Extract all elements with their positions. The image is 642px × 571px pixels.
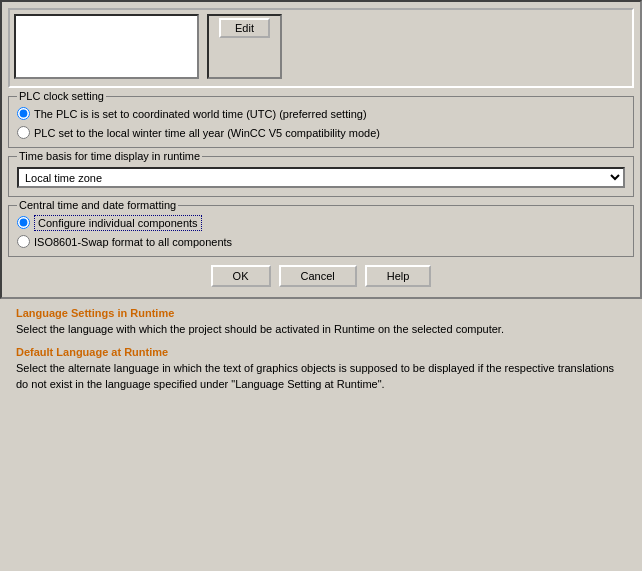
- time-basis-group-label: Time basis for time display in runtime: [17, 150, 202, 162]
- radio-utc[interactable]: [17, 107, 30, 120]
- time-basis-group: Time basis for time display in runtime L…: [8, 156, 634, 197]
- doc-area: Language Settings in Runtime Select the …: [0, 299, 642, 393]
- radio-configure-row: Configure individual components: [17, 216, 625, 229]
- time-basis-dropdown[interactable]: Local time zone UTC Server time: [17, 167, 625, 188]
- radio-local-label: PLC set to the local winter time all yea…: [34, 127, 380, 139]
- default-language-title: Default Language at Runtime: [16, 346, 626, 358]
- ok-button[interactable]: OK: [211, 265, 271, 287]
- configure-dotted-label: Configure individual components: [34, 215, 202, 231]
- radio-utc-label: The PLC is is set to coordinated world t…: [34, 108, 367, 120]
- help-button[interactable]: Help: [365, 265, 432, 287]
- edit-button[interactable]: Edit: [219, 18, 270, 38]
- radio-iso-label: ISO8601-Swap format to all components: [34, 236, 232, 248]
- radio-utc-row: The PLC is is set to coordinated world t…: [17, 107, 625, 120]
- dialog-container: Edit PLC clock setting The PLC is is set…: [0, 0, 642, 299]
- central-time-group: Central time and date formatting Configu…: [8, 205, 634, 257]
- plc-clock-group: PLC clock setting The PLC is is set to c…: [8, 96, 634, 148]
- language-settings-body: Select the language with which the proje…: [16, 322, 626, 338]
- radio-iso[interactable]: [17, 235, 30, 248]
- plc-clock-group-label: PLC clock setting: [17, 90, 106, 102]
- radio-configure[interactable]: [17, 216, 30, 229]
- radio-configure-label: Configure individual components: [34, 217, 202, 229]
- radio-local-row: PLC set to the local winter time all yea…: [17, 126, 625, 139]
- button-row: OK Cancel Help: [8, 265, 634, 287]
- radio-iso-row: ISO8601-Swap format to all components: [17, 235, 625, 248]
- top-panel: Edit: [8, 8, 634, 88]
- radio-local[interactable]: [17, 126, 30, 139]
- image-preview: [14, 14, 199, 79]
- time-basis-dropdown-row: Local time zone UTC Server time: [17, 167, 625, 188]
- language-settings-title: Language Settings in Runtime: [16, 307, 626, 319]
- central-time-group-label: Central time and date formatting: [17, 199, 178, 211]
- cancel-button[interactable]: Cancel: [279, 265, 357, 287]
- edit-panel: Edit: [207, 14, 282, 79]
- default-language-body: Select the alternate language in which t…: [16, 361, 626, 393]
